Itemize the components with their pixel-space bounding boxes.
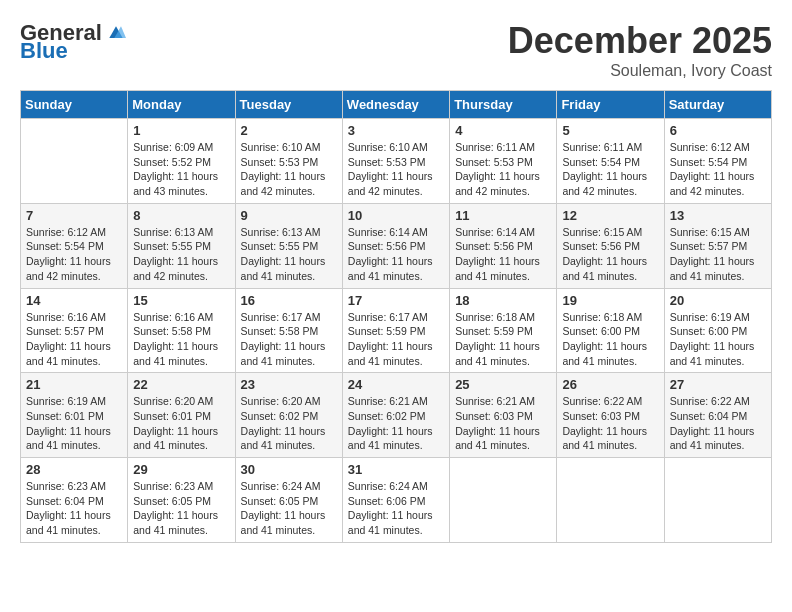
day-info: Sunrise: 6:14 AMSunset: 5:56 PMDaylight:… — [348, 225, 444, 284]
day-info: Sunrise: 6:20 AMSunset: 6:02 PMDaylight:… — [241, 394, 337, 453]
day-number: 7 — [26, 208, 122, 223]
day-number: 2 — [241, 123, 337, 138]
weekday-header-monday: Monday — [128, 91, 235, 119]
day-number: 17 — [348, 293, 444, 308]
calendar-cell: 25Sunrise: 6:21 AMSunset: 6:03 PMDayligh… — [450, 373, 557, 458]
calendar-cell — [557, 458, 664, 543]
day-info: Sunrise: 6:14 AMSunset: 5:56 PMDaylight:… — [455, 225, 551, 284]
day-info: Sunrise: 6:23 AMSunset: 6:04 PMDaylight:… — [26, 479, 122, 538]
day-number: 28 — [26, 462, 122, 477]
weekday-header-sunday: Sunday — [21, 91, 128, 119]
day-info: Sunrise: 6:15 AMSunset: 5:56 PMDaylight:… — [562, 225, 658, 284]
calendar-cell: 22Sunrise: 6:20 AMSunset: 6:01 PMDayligh… — [128, 373, 235, 458]
day-number: 27 — [670, 377, 766, 392]
calendar-cell: 27Sunrise: 6:22 AMSunset: 6:04 PMDayligh… — [664, 373, 771, 458]
page-header: General Blue December 2025 Souleman, Ivo… — [20, 20, 772, 80]
day-info: Sunrise: 6:18 AMSunset: 6:00 PMDaylight:… — [562, 310, 658, 369]
calendar-cell — [21, 119, 128, 204]
calendar-cell: 28Sunrise: 6:23 AMSunset: 6:04 PMDayligh… — [21, 458, 128, 543]
calendar-week-row: 7Sunrise: 6:12 AMSunset: 5:54 PMDaylight… — [21, 203, 772, 288]
day-info: Sunrise: 6:22 AMSunset: 6:03 PMDaylight:… — [562, 394, 658, 453]
calendar-cell: 2Sunrise: 6:10 AMSunset: 5:53 PMDaylight… — [235, 119, 342, 204]
calendar-cell: 17Sunrise: 6:17 AMSunset: 5:59 PMDayligh… — [342, 288, 449, 373]
day-info: Sunrise: 6:16 AMSunset: 5:57 PMDaylight:… — [26, 310, 122, 369]
day-number: 25 — [455, 377, 551, 392]
day-info: Sunrise: 6:10 AMSunset: 5:53 PMDaylight:… — [241, 140, 337, 199]
day-info: Sunrise: 6:12 AMSunset: 5:54 PMDaylight:… — [670, 140, 766, 199]
day-number: 5 — [562, 123, 658, 138]
day-info: Sunrise: 6:24 AMSunset: 6:05 PMDaylight:… — [241, 479, 337, 538]
calendar-cell: 9Sunrise: 6:13 AMSunset: 5:55 PMDaylight… — [235, 203, 342, 288]
weekday-header-saturday: Saturday — [664, 91, 771, 119]
day-info: Sunrise: 6:10 AMSunset: 5:53 PMDaylight:… — [348, 140, 444, 199]
day-number: 13 — [670, 208, 766, 223]
day-info: Sunrise: 6:21 AMSunset: 6:03 PMDaylight:… — [455, 394, 551, 453]
day-number: 3 — [348, 123, 444, 138]
day-info: Sunrise: 6:20 AMSunset: 6:01 PMDaylight:… — [133, 394, 229, 453]
day-number: 4 — [455, 123, 551, 138]
day-number: 11 — [455, 208, 551, 223]
month-title: December 2025 — [508, 20, 772, 62]
title-block: December 2025 Souleman, Ivory Coast — [508, 20, 772, 80]
day-number: 31 — [348, 462, 444, 477]
day-number: 19 — [562, 293, 658, 308]
day-number: 26 — [562, 377, 658, 392]
calendar-cell: 23Sunrise: 6:20 AMSunset: 6:02 PMDayligh… — [235, 373, 342, 458]
day-number: 23 — [241, 377, 337, 392]
day-info: Sunrise: 6:22 AMSunset: 6:04 PMDaylight:… — [670, 394, 766, 453]
calendar-cell: 10Sunrise: 6:14 AMSunset: 5:56 PMDayligh… — [342, 203, 449, 288]
day-number: 30 — [241, 462, 337, 477]
location-subtitle: Souleman, Ivory Coast — [508, 62, 772, 80]
calendar-table: SundayMondayTuesdayWednesdayThursdayFrid… — [20, 90, 772, 543]
calendar-cell: 8Sunrise: 6:13 AMSunset: 5:55 PMDaylight… — [128, 203, 235, 288]
calendar-cell: 20Sunrise: 6:19 AMSunset: 6:00 PMDayligh… — [664, 288, 771, 373]
logo-blue-text: Blue — [20, 38, 68, 64]
calendar-cell: 4Sunrise: 6:11 AMSunset: 5:53 PMDaylight… — [450, 119, 557, 204]
day-info: Sunrise: 6:09 AMSunset: 5:52 PMDaylight:… — [133, 140, 229, 199]
day-number: 22 — [133, 377, 229, 392]
calendar-week-row: 21Sunrise: 6:19 AMSunset: 6:01 PMDayligh… — [21, 373, 772, 458]
day-info: Sunrise: 6:15 AMSunset: 5:57 PMDaylight:… — [670, 225, 766, 284]
day-number: 20 — [670, 293, 766, 308]
day-info: Sunrise: 6:24 AMSunset: 6:06 PMDaylight:… — [348, 479, 444, 538]
calendar-cell: 18Sunrise: 6:18 AMSunset: 5:59 PMDayligh… — [450, 288, 557, 373]
calendar-cell: 7Sunrise: 6:12 AMSunset: 5:54 PMDaylight… — [21, 203, 128, 288]
calendar-cell: 14Sunrise: 6:16 AMSunset: 5:57 PMDayligh… — [21, 288, 128, 373]
day-number: 8 — [133, 208, 229, 223]
day-number: 24 — [348, 377, 444, 392]
weekday-header-wednesday: Wednesday — [342, 91, 449, 119]
day-number: 10 — [348, 208, 444, 223]
calendar-week-row: 28Sunrise: 6:23 AMSunset: 6:04 PMDayligh… — [21, 458, 772, 543]
day-number: 21 — [26, 377, 122, 392]
day-info: Sunrise: 6:13 AMSunset: 5:55 PMDaylight:… — [241, 225, 337, 284]
calendar-cell: 21Sunrise: 6:19 AMSunset: 6:01 PMDayligh… — [21, 373, 128, 458]
calendar-cell — [450, 458, 557, 543]
day-info: Sunrise: 6:21 AMSunset: 6:02 PMDaylight:… — [348, 394, 444, 453]
day-number: 9 — [241, 208, 337, 223]
day-info: Sunrise: 6:18 AMSunset: 5:59 PMDaylight:… — [455, 310, 551, 369]
day-number: 1 — [133, 123, 229, 138]
calendar-cell: 19Sunrise: 6:18 AMSunset: 6:00 PMDayligh… — [557, 288, 664, 373]
calendar-week-row: 1Sunrise: 6:09 AMSunset: 5:52 PMDaylight… — [21, 119, 772, 204]
calendar-cell — [664, 458, 771, 543]
calendar-body: 1Sunrise: 6:09 AMSunset: 5:52 PMDaylight… — [21, 119, 772, 543]
day-info: Sunrise: 6:12 AMSunset: 5:54 PMDaylight:… — [26, 225, 122, 284]
calendar-cell: 15Sunrise: 6:16 AMSunset: 5:58 PMDayligh… — [128, 288, 235, 373]
weekday-header-thursday: Thursday — [450, 91, 557, 119]
calendar-cell: 26Sunrise: 6:22 AMSunset: 6:03 PMDayligh… — [557, 373, 664, 458]
day-info: Sunrise: 6:11 AMSunset: 5:53 PMDaylight:… — [455, 140, 551, 199]
day-info: Sunrise: 6:19 AMSunset: 6:01 PMDaylight:… — [26, 394, 122, 453]
logo: General Blue — [20, 20, 126, 64]
day-number: 14 — [26, 293, 122, 308]
day-info: Sunrise: 6:11 AMSunset: 5:54 PMDaylight:… — [562, 140, 658, 199]
weekday-header-tuesday: Tuesday — [235, 91, 342, 119]
calendar-header-row: SundayMondayTuesdayWednesdayThursdayFrid… — [21, 91, 772, 119]
day-info: Sunrise: 6:16 AMSunset: 5:58 PMDaylight:… — [133, 310, 229, 369]
day-number: 18 — [455, 293, 551, 308]
day-info: Sunrise: 6:17 AMSunset: 5:58 PMDaylight:… — [241, 310, 337, 369]
calendar-cell: 31Sunrise: 6:24 AMSunset: 6:06 PMDayligh… — [342, 458, 449, 543]
day-number: 29 — [133, 462, 229, 477]
day-number: 16 — [241, 293, 337, 308]
day-info: Sunrise: 6:23 AMSunset: 6:05 PMDaylight:… — [133, 479, 229, 538]
calendar-cell: 24Sunrise: 6:21 AMSunset: 6:02 PMDayligh… — [342, 373, 449, 458]
